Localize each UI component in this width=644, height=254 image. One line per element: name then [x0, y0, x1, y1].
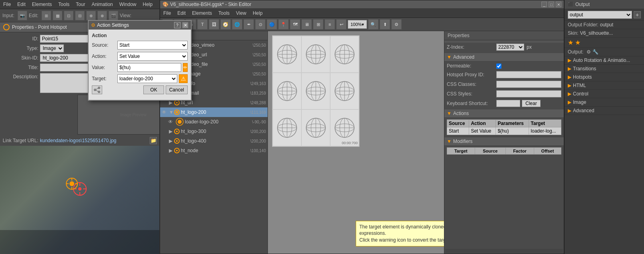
eye-icon[interactable]: 👁 [162, 109, 168, 115]
actions-cell-params: $(hu) [496, 127, 529, 135]
dialog-action-select[interactable]: Set Value [117, 52, 188, 61]
props-scrollbar[interactable] [445, 249, 563, 253]
skin-menu-file[interactable]: File [162, 10, 172, 17]
menu-animation[interactable]: Animation [90, 1, 114, 8]
map-tool[interactable]: 🗺 [290, 19, 300, 30]
globe-svg [333, 79, 357, 103]
css-classes-input[interactable] [496, 81, 561, 88]
dialog-target-select[interactable]: loader-logo-200 [117, 74, 177, 83]
compass-tool[interactable]: 🔵 [267, 19, 277, 30]
menu-tour[interactable]: Tour [74, 1, 87, 8]
clear-button[interactable]: Clear [522, 100, 541, 107]
menu-window[interactable]: Window [118, 1, 138, 8]
edit-icon-1[interactable]: ⊞ [42, 11, 51, 20]
menu-tools[interactable]: Tools [57, 1, 71, 8]
globe-svg [275, 42, 299, 66]
skin-menu-view[interactable]: View [234, 10, 248, 17]
output-folder-label: Output Folder: [568, 22, 598, 28]
bar-tool[interactable]: ≡ [325, 19, 335, 30]
image-tool[interactable]: 🖼 [209, 19, 219, 30]
globe-tool[interactable]: 🌐 [232, 19, 242, 30]
edit-icon-7[interactable]: 🎬 [109, 11, 118, 20]
globe-svg [304, 116, 328, 140]
actions-section[interactable]: ▼ Actions [444, 109, 564, 118]
dialog-source-select[interactable]: Start [117, 41, 188, 50]
hotspot-proxy-input[interactable] [496, 71, 561, 78]
screen-tool[interactable]: 🖥 [301, 19, 312, 30]
skin-menu-elements[interactable]: Elements [190, 10, 214, 17]
output-item-hotspots[interactable]: ▶ Hotspots [565, 73, 644, 81]
marker-tool[interactable]: 📍 [278, 19, 289, 30]
modifiers-section[interactable]: ▼ Modifiers [444, 137, 564, 146]
minimize-btn[interactable]: _ [541, 2, 547, 7]
edit-icon-2[interactable]: ▦ [53, 11, 62, 20]
dialog-cancel-btn[interactable]: Cancel [166, 85, 188, 94]
edit-icon-3[interactable]: ⊡ [64, 11, 73, 20]
output-wrench-icon[interactable]: 🔧 [592, 49, 598, 55]
type-select[interactable]: Image [40, 44, 64, 52]
skin-menu-tools[interactable]: Tools [217, 10, 231, 17]
output-item-advanced[interactable]: ▶ Advanced [565, 107, 644, 115]
pano-tool[interactable]: ⊙ [255, 19, 266, 30]
css-styles-input[interactable] [496, 90, 561, 97]
z-index-select[interactable]: 222870 [496, 44, 524, 51]
tree-item[interactable]: ▶ ht_logo-300 \200,200 [160, 127, 268, 136]
canvas-cell [273, 36, 301, 72]
svg-point-29 [178, 120, 182, 124]
dialog-share-btn[interactable] [92, 85, 102, 94]
text-tool[interactable]: T [197, 19, 208, 30]
input-icon[interactable]: 📷 [18, 11, 27, 20]
maximize-btn[interactable]: □ [549, 2, 554, 7]
search-tool[interactable]: 🔍 [368, 19, 378, 30]
zoom-select[interactable]: 100%▾ [348, 20, 367, 29]
permeable-checkbox[interactable] [496, 64, 501, 69]
tree-item[interactable]: 👁 loader-logo-200 \-90,-90 [160, 117, 268, 127]
output-item-auto-rotation[interactable]: ▶ Auto Rotation & Animatio... [565, 56, 644, 65]
dialog-value-input[interactable] [117, 63, 181, 72]
edit-icon-5[interactable]: ⊕ [86, 11, 96, 20]
link-value[interactable]: kundendaten-logos\1525651470.jpg [40, 138, 148, 143]
actions-row[interactable]: Start Set Value $(hu) loader-log... [447, 127, 561, 135]
export-tool[interactable]: ⬆ [380, 19, 390, 30]
tree-item[interactable]: ▶ ht_node \100,140 [160, 146, 268, 155]
menu-file[interactable]: File [2, 1, 12, 8]
dialog-ok-btn[interactable]: OK [143, 85, 164, 94]
menu-edit[interactable]: Edit [16, 1, 27, 8]
skin-menu-edit[interactable]: Edit [176, 10, 187, 17]
keyboard-shortcut-input[interactable] [496, 100, 520, 107]
tree-item-selected[interactable]: 👁 ▼ ht_logo-200 \111,169 [160, 107, 268, 117]
canvas-cell [273, 73, 301, 109]
output-item-control[interactable]: ▶ Control [565, 90, 644, 98]
menu-help[interactable]: Help [141, 1, 154, 8]
mod-col-target: Target [447, 148, 475, 155]
dialog-close-btn[interactable]: ✕ [182, 22, 188, 28]
output-item-transitions[interactable]: ▶ Transitions [565, 65, 644, 73]
grid-tool[interactable]: ⊞ [313, 19, 323, 30]
edit-icon-4[interactable]: ⊟ [75, 11, 85, 20]
skin-content: Tree ▶ ht_video_vimeo \250,50 ▶ ht_ [160, 31, 564, 254]
loader-icon [175, 117, 184, 126]
link-browse-btn[interactable]: 📁 [150, 137, 157, 144]
advanced-section[interactable]: ▼ Advanced [444, 53, 564, 62]
undo-tool[interactable]: ↩ [336, 19, 347, 30]
close-btn[interactable]: ✕ [556, 2, 561, 7]
dialog-warning-btn[interactable]: ⚠ [179, 74, 188, 83]
output-add-btn[interactable]: + [634, 11, 641, 18]
tree-item[interactable]: ▶ ht_logo-400 \200,200 [160, 136, 268, 146]
dialog-pencil-btn[interactable]: ✏ [183, 63, 188, 72]
output-item-image[interactable]: ▶ Image [565, 98, 644, 107]
dialog-action-row: Action: Set Value [92, 52, 188, 61]
dialog-help-btn[interactable]: ? [174, 22, 180, 28]
menu-elements[interactable]: Elements [30, 1, 54, 8]
skin-menu-help[interactable]: Help [251, 10, 264, 17]
skin-label: Skin: [568, 30, 579, 36]
output-item-html[interactable]: ▶ HTML [565, 81, 644, 90]
nav-tool[interactable]: 🧭 [220, 19, 231, 30]
edit-icon-6[interactable]: ⊗ [97, 11, 107, 20]
settings-tool[interactable]: ⚙ [391, 19, 402, 30]
pen-tool[interactable]: ✒ [244, 19, 254, 30]
eye-icon[interactable]: 👁 [168, 119, 174, 125]
action-settings-dialog[interactable]: ⚙ Action Settings ? ✕ Action Source: Sta… [88, 20, 192, 101]
output-gear-icon[interactable]: ⚙ [587, 49, 591, 55]
output-select[interactable]: output [568, 11, 632, 19]
